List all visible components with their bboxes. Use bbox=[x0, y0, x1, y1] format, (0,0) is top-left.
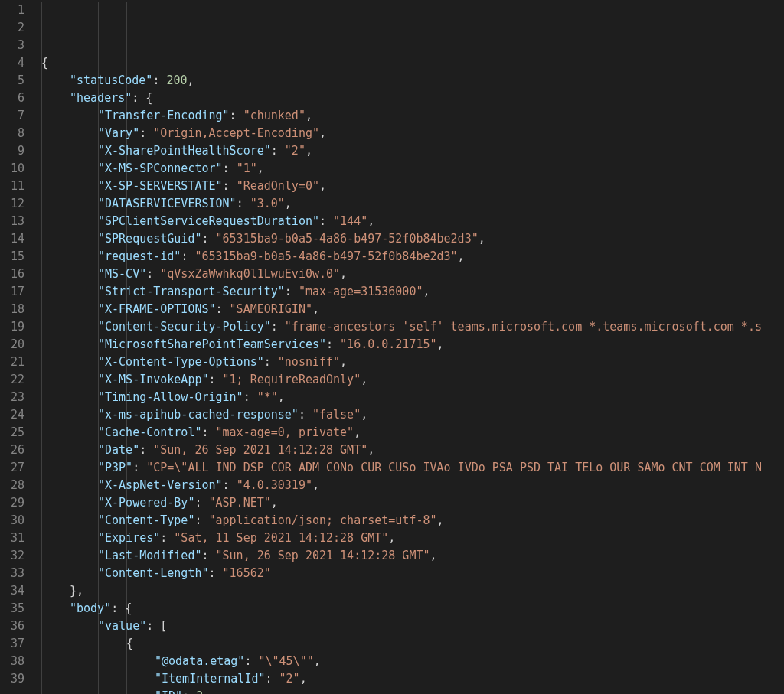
code-line[interactable]: "Content-Type": "application/json; chars… bbox=[34, 512, 784, 529]
token-str: "CP=\"ALL IND DSP COR ADM CONo CUR CUSo … bbox=[146, 461, 762, 474]
code-line[interactable]: "MS-CV": "qVsxZaWwhkq0l1LwuEvi0w.0", bbox=[34, 266, 784, 283]
token-pun: : bbox=[266, 672, 279, 686]
token-pun: : bbox=[299, 408, 312, 422]
code-line[interactable]: "X-AspNet-Version": "4.0.30319", bbox=[34, 477, 784, 494]
token-brace: { bbox=[126, 637, 133, 650]
token-pun: , bbox=[423, 285, 430, 298]
line-number: 28 bbox=[0, 477, 24, 494]
token-key: "SPRequestGuid" bbox=[98, 232, 201, 246]
token-key: "X-MS-InvokeApp" bbox=[98, 373, 209, 386]
token-key: "Content-Length" bbox=[98, 566, 209, 580]
code-line[interactable]: "ID": 2, bbox=[34, 688, 784, 694]
code-line[interactable]: "headers": { bbox=[34, 90, 784, 107]
token-pun: , bbox=[305, 109, 312, 122]
code-line[interactable]: "Cache-Control": "max-age=0, private", bbox=[34, 424, 784, 441]
line-number: 8 bbox=[0, 125, 24, 142]
code-line[interactable]: "ItemInternalId": "2", bbox=[34, 670, 784, 688]
token-str: "*" bbox=[257, 390, 278, 404]
code-line[interactable]: "X-SharePointHealthScore": "2", bbox=[34, 142, 784, 160]
token-pun: , bbox=[361, 408, 368, 422]
token-pun: , bbox=[300, 672, 307, 686]
code-line[interactable]: "Last-Modified": "Sun, 26 Sep 2021 14:12… bbox=[34, 547, 784, 565]
token-pun: , bbox=[340, 267, 347, 281]
token-str: "chunked" bbox=[243, 109, 305, 122]
token-pun: , bbox=[203, 689, 210, 694]
token-pun: , bbox=[368, 443, 374, 457]
token-key: "Transfer-Encoding" bbox=[98, 109, 230, 122]
code-line[interactable]: "X-MS-InvokeApp": "1; RequireReadOnly", bbox=[34, 371, 784, 389]
token-pun: : bbox=[209, 566, 223, 580]
token-str: "max-age=0, private" bbox=[216, 425, 354, 439]
token-pun: : bbox=[181, 249, 194, 263]
code-line[interactable]: "X-FRAME-OPTIONS": "SAMEORIGIN", bbox=[34, 301, 784, 318]
token-key: "@odata.etag" bbox=[155, 654, 244, 668]
code-line[interactable]: "value": [ bbox=[34, 617, 784, 635]
code-line[interactable]: "request-id": "65315ba9-b0a5-4a86-b497-5… bbox=[34, 248, 784, 266]
token-pun: , bbox=[437, 337, 444, 351]
code-line[interactable]: "x-ms-apihub-cached-response": "false", bbox=[34, 406, 784, 424]
code-line[interactable]: "SPClientServiceRequestDuration": "144", bbox=[34, 213, 784, 230]
code-line[interactable]: "DATASERVICEVERSION": "3.0", bbox=[34, 195, 784, 213]
line-number-gutter: 1234567891011121314151617181920212223242… bbox=[0, 0, 34, 694]
token-pun: : bbox=[160, 531, 174, 545]
line-number: 39 bbox=[0, 670, 24, 688]
token-key: "X-SharePointHealthScore" bbox=[98, 144, 271, 158]
code-line[interactable]: "X-Content-Type-Options": "nosniff", bbox=[34, 354, 784, 371]
code-line[interactable]: "Content-Length": "16562" bbox=[34, 565, 784, 582]
line-number: 22 bbox=[0, 371, 24, 389]
code-editor[interactable]: 1234567891011121314151617181920212223242… bbox=[0, 0, 784, 694]
code-line[interactable]: "Date": "Sun, 26 Sep 2021 14:12:28 GMT", bbox=[34, 441, 784, 459]
line-number: 25 bbox=[0, 424, 24, 441]
line-number: 33 bbox=[0, 565, 24, 582]
code-line[interactable]: "SPRequestGuid": "65315ba9-b0a5-4a86-b49… bbox=[34, 230, 784, 248]
token-key: "Vary" bbox=[98, 126, 139, 140]
line-number: 37 bbox=[0, 635, 24, 653]
token-str: "16.0.0.21715" bbox=[340, 337, 436, 351]
code-line[interactable]: "X-MS-SPConnector": "1", bbox=[34, 160, 784, 178]
line-number: 16 bbox=[0, 266, 24, 283]
token-brace: { bbox=[41, 56, 48, 70]
token-brace: } bbox=[70, 584, 77, 598]
line-number: 32 bbox=[0, 547, 24, 565]
code-line[interactable]: "X-Powered-By": "ASP.NET", bbox=[34, 494, 784, 512]
code-line[interactable]: "@odata.etag": "\"45\"", bbox=[34, 653, 784, 670]
code-line[interactable]: "Strict-Transport-Security": "max-age=31… bbox=[34, 283, 784, 301]
token-key: "MS-CV" bbox=[98, 267, 146, 281]
token-str: "application/json; charset=utf-8" bbox=[209, 513, 437, 527]
code-line[interactable]: "Transfer-Encoding": "chunked", bbox=[34, 107, 784, 125]
token-pun: , bbox=[319, 126, 326, 140]
line-number: 29 bbox=[0, 494, 24, 512]
token-pun: : bbox=[271, 144, 285, 158]
code-line[interactable]: { bbox=[34, 54, 784, 72]
code-line[interactable]: "X-SP-SERVERSTATE": "ReadOnly=0", bbox=[34, 178, 784, 195]
token-pun: , bbox=[319, 179, 326, 193]
code-line[interactable]: "statusCode": 200, bbox=[34, 72, 784, 90]
line-number: 4 bbox=[0, 54, 24, 72]
token-pun: , bbox=[278, 390, 285, 404]
token-key: "headers" bbox=[70, 91, 132, 105]
code-line[interactable]: "P3P": "CP=\"ALL IND DSP COR ADM CONo CU… bbox=[34, 459, 784, 477]
token-pun: : bbox=[319, 214, 333, 228]
token-key: "P3P" bbox=[98, 461, 132, 474]
token-key: "SPClientServiceRequestDuration" bbox=[98, 214, 319, 228]
token-pun: , bbox=[368, 214, 374, 228]
token-key: "Content-Security-Policy" bbox=[98, 320, 271, 334]
code-line[interactable]: "Expires": "Sat, 11 Sep 2021 14:12:28 GM… bbox=[34, 529, 784, 547]
code-line[interactable]: "Timing-Allow-Origin": "*", bbox=[34, 389, 784, 406]
code-line[interactable]: "Content-Security-Policy": "frame-ancest… bbox=[34, 318, 784, 336]
code-line[interactable]: "Vary": "Origin,Accept-Encoding", bbox=[34, 125, 784, 142]
code-line[interactable]: { bbox=[34, 635, 784, 653]
token-str: "65315ba9-b0a5-4a86-b497-52f0b84be2d3" bbox=[194, 249, 457, 263]
token-pun: , bbox=[188, 73, 194, 87]
token-key: "Content-Type" bbox=[98, 513, 194, 527]
line-number: 27 bbox=[0, 459, 24, 477]
code-line[interactable]: "body": { bbox=[34, 600, 784, 617]
token-str: "3.0" bbox=[250, 197, 285, 210]
token-pun: : bbox=[223, 161, 237, 175]
code-line[interactable]: "MicrosoftSharePointTeamServices": "16.0… bbox=[34, 336, 784, 354]
code-content[interactable]: {"statusCode": 200,"headers": {"Transfer… bbox=[34, 0, 784, 694]
token-str: "4.0.30319" bbox=[237, 478, 312, 492]
code-line[interactable]: }, bbox=[34, 582, 784, 600]
token-pun: : bbox=[223, 478, 237, 492]
line-number: 7 bbox=[0, 107, 24, 125]
